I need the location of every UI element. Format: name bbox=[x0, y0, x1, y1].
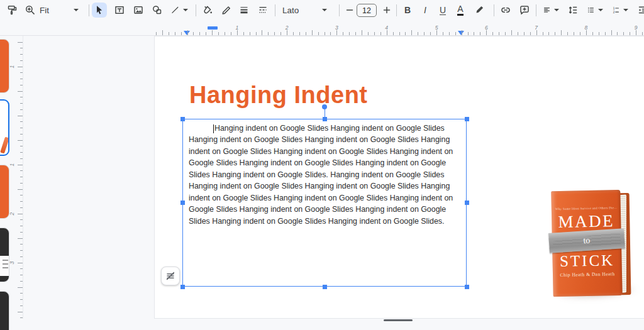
ruler-tick bbox=[599, 32, 599, 35]
shape-icon bbox=[152, 4, 163, 16]
ruler-tick bbox=[187, 30, 188, 35]
highlight-color-button[interactable] bbox=[472, 3, 487, 18]
ruler-tick bbox=[181, 32, 182, 35]
slide-canvas: Hanging Indent Hanging indent on Google … bbox=[154, 36, 644, 319]
toolbar-divider bbox=[275, 4, 275, 16]
ruler-tick bbox=[20, 134, 23, 135]
ruler-tick bbox=[20, 72, 23, 73]
image-icon bbox=[133, 4, 144, 16]
slide-thumbnail-2[interactable] bbox=[0, 99, 9, 156]
body-text-line: Google Slides Hanging indent on Google S… bbox=[189, 157, 460, 168]
italic-label: I bbox=[424, 5, 426, 15]
font-family-select[interactable]: Lato bbox=[279, 3, 336, 18]
text-color-button[interactable]: A bbox=[453, 3, 468, 18]
format-painter-button[interactable] bbox=[5, 3, 20, 18]
line-spacing-button[interactable] bbox=[565, 3, 580, 18]
ruler-tick bbox=[18, 263, 23, 263]
text-color-label: A bbox=[457, 4, 463, 16]
select-tool-button[interactable] bbox=[92, 3, 107, 18]
selection-handle-top-left[interactable] bbox=[180, 117, 185, 121]
selection-handle-top-right[interactable] bbox=[465, 117, 469, 121]
ruler-tick bbox=[330, 32, 331, 35]
bullet-list-button[interactable] bbox=[584, 3, 606, 18]
body-text-line: Slides Hanging indent on Google Slides H… bbox=[189, 216, 460, 227]
text-fit-button[interactable] bbox=[161, 267, 180, 285]
ruler-tick bbox=[250, 32, 250, 35]
selection-handle-bottom-left[interactable] bbox=[180, 285, 185, 289]
insert-image-button[interactable] bbox=[131, 3, 146, 18]
numbered-list-button[interactable]: 1 2 bbox=[609, 3, 631, 18]
ruler-tick bbox=[20, 183, 23, 184]
text-box-button[interactable] bbox=[112, 3, 127, 18]
ruler-tick bbox=[486, 30, 487, 35]
slide-thumbnail-4[interactable] bbox=[0, 228, 9, 282]
selection-handle-middle-left[interactable] bbox=[180, 201, 185, 205]
selection-handle-bottom-middle[interactable] bbox=[323, 285, 327, 289]
align-button[interactable] bbox=[540, 3, 562, 18]
insert-line-button[interactable] bbox=[167, 3, 191, 18]
ruler-tick bbox=[287, 30, 287, 35]
ruler-tick bbox=[20, 79, 23, 79]
ruler-tick bbox=[548, 32, 549, 35]
selection-handle-top-middle[interactable] bbox=[323, 117, 327, 121]
left-indent-marker[interactable] bbox=[184, 31, 190, 35]
ruler-tick bbox=[636, 30, 636, 35]
ruler-tick bbox=[18, 189, 23, 190]
fill-color-button[interactable] bbox=[200, 3, 215, 18]
body-text-line: indent on Google Slides Hanging indent o… bbox=[189, 146, 460, 157]
ruler-tick bbox=[218, 32, 219, 35]
ruler-tick bbox=[443, 32, 443, 35]
slide-thumbnail-3[interactable] bbox=[0, 165, 9, 219]
slide-thumbnail-5[interactable] bbox=[0, 291, 9, 330]
right-indent-marker[interactable] bbox=[458, 31, 464, 35]
indent-button[interactable] bbox=[635, 3, 644, 18]
ruler-tick bbox=[374, 32, 375, 35]
zoom-select[interactable]: Fit bbox=[36, 3, 87, 18]
ruler-tick bbox=[18, 67, 23, 67]
ruler-tick bbox=[499, 32, 499, 35]
ruler-tick bbox=[586, 30, 587, 35]
horizontal-ruler: 123456789 bbox=[0, 24, 644, 36]
ruler-tick bbox=[605, 32, 606, 35]
ruler-tick bbox=[20, 299, 23, 300]
border-weight-button[interactable] bbox=[236, 3, 252, 18]
book-image[interactable]: Why Some Ideas Survive and Others Die...… bbox=[551, 187, 636, 302]
ruler-tick bbox=[293, 32, 294, 35]
border-color-button[interactable] bbox=[219, 3, 234, 18]
add-comment-button[interactable] bbox=[517, 3, 532, 18]
thumbnail-content bbox=[0, 137, 9, 154]
ruler-tick bbox=[199, 32, 200, 35]
bold-button[interactable]: B bbox=[400, 3, 415, 18]
ruler-tick bbox=[20, 281, 23, 282]
increase-font-size-button[interactable] bbox=[379, 3, 394, 18]
ruler-tick bbox=[18, 214, 23, 214]
text-cursor bbox=[213, 124, 214, 133]
highlighter-icon bbox=[474, 4, 485, 16]
ruler-tick bbox=[580, 32, 580, 35]
insert-shape-button[interactable] bbox=[150, 3, 165, 18]
font-size-input[interactable]: 12 bbox=[357, 4, 377, 17]
horizontal-scrollbar-thumb[interactable] bbox=[384, 319, 413, 321]
bold-label: B bbox=[404, 5, 411, 15]
first-line-indent-marker[interactable] bbox=[208, 26, 218, 30]
ruler-tick bbox=[543, 32, 543, 35]
selection-handle-middle-right[interactable] bbox=[465, 201, 469, 205]
underline-button[interactable]: U bbox=[435, 3, 450, 18]
rotation-handle[interactable] bbox=[322, 104, 327, 109]
ruler-tick bbox=[18, 287, 23, 288]
ruler-number: 2 bbox=[286, 25, 289, 31]
cursor-arrow-icon bbox=[94, 4, 105, 16]
insert-link-button[interactable] bbox=[498, 3, 513, 18]
decrease-font-size-button[interactable] bbox=[342, 3, 357, 18]
slide-title: Hanging Indent bbox=[189, 82, 368, 109]
border-dash-button[interactable] bbox=[255, 3, 270, 18]
ruler-tick bbox=[492, 32, 493, 35]
ruler-tick bbox=[20, 146, 23, 146]
body-text-box[interactable]: Hanging indent on Google Slides Hanging … bbox=[182, 119, 467, 287]
slide-thumbnail-1[interactable] bbox=[0, 39, 9, 93]
selection-handle-bottom-right[interactable] bbox=[465, 285, 469, 289]
zoom-button[interactable] bbox=[23, 3, 38, 18]
italic-button[interactable]: I bbox=[418, 3, 433, 18]
ruler-tick bbox=[312, 30, 313, 35]
ruler-tick bbox=[474, 32, 474, 35]
